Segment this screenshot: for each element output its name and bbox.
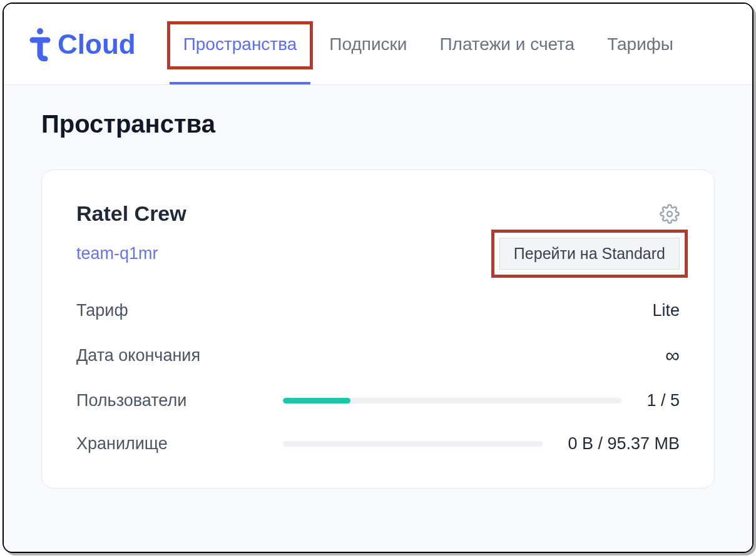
upgrade-button-label: Перейти на Standard [514, 245, 665, 262]
app-window: Cloud Пространства Подписки Платежи и сч… [3, 3, 753, 553]
users-progress-bar [283, 398, 621, 403]
nav-payments[interactable]: Платежи и счета [423, 4, 591, 84]
row-value: 0 B / 95.37 MB [568, 434, 680, 454]
team-link[interactable]: team-q1mr [76, 244, 158, 263]
card-subheader: team-q1mr Перейти на Standard [76, 238, 680, 270]
nav-label: Пространства [183, 34, 297, 54]
nav-label: Тарифы [607, 34, 673, 54]
row-end-date: Дата окончания ∞ [76, 344, 680, 367]
card-header: Ratel Crew [76, 201, 680, 226]
svg-point-0 [37, 28, 43, 34]
nav-spaces[interactable]: Пространства [167, 4, 314, 84]
progress-container [283, 441, 543, 447]
row-value: Lite [652, 301, 680, 320]
info-rows: Тариф Lite Дата окончания ∞ Пользователи [76, 301, 680, 454]
svg-point-1 [667, 211, 672, 216]
content: Пространства Ratel Crew team-q1mr Перейт… [4, 85, 752, 552]
row-label: Пользователи [76, 391, 283, 410]
progress-container [283, 398, 621, 403]
row-value: 1 / 5 [646, 391, 680, 410]
nav-label: Платежи и счета [439, 34, 575, 54]
nav-label: Подписки [329, 34, 407, 54]
row-label: Тариф [76, 301, 283, 320]
space-card: Ratel Crew team-q1mr Перейти на Standard [41, 170, 715, 489]
row-storage: Хранилище 0 B / 95.37 MB [76, 434, 680, 454]
header: Cloud Пространства Подписки Платежи и сч… [4, 4, 752, 85]
users-progress-fill [283, 398, 350, 403]
logo[interactable]: Cloud [29, 28, 136, 61]
row-value: ∞ [665, 344, 680, 367]
upgrade-button[interactable]: Перейти на Standard [499, 238, 680, 270]
logo-text: Cloud [58, 29, 136, 60]
nav-subscriptions[interactable]: Подписки [313, 4, 423, 84]
row-label: Хранилище [76, 434, 283, 454]
logo-icon [29, 28, 51, 61]
page-title: Пространства [41, 110, 715, 138]
space-name: Ratel Crew [76, 201, 186, 226]
row-tariff: Тариф Lite [76, 301, 680, 320]
nav-tariffs[interactable]: Тарифы [591, 4, 690, 84]
gear-icon[interactable] [660, 204, 680, 226]
nav: Пространства Подписки Платежи и счета Та… [167, 4, 690, 84]
row-users: Пользователи 1 / 5 [76, 391, 680, 410]
storage-progress-bar [283, 441, 543, 447]
row-label: Дата окончания [76, 346, 283, 365]
